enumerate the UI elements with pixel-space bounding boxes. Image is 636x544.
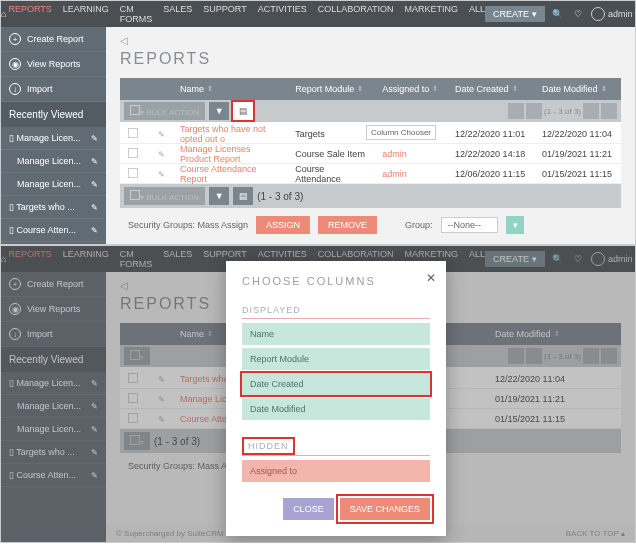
create-button[interactable]: CREATE ▾ [485, 6, 545, 22]
recent-item[interactable]: ▯ Targets who ...✎ [1, 196, 106, 219]
nav-activities[interactable]: ACTIVITIES [258, 4, 307, 24]
pencil-icon[interactable]: ✎ [91, 203, 98, 212]
bulk-action[interactable]: ▾ BULK ACTION [124, 187, 205, 205]
avatar [591, 7, 605, 21]
assign-button[interactable]: ASSIGN [256, 216, 310, 234]
close-button[interactable]: CLOSE [283, 498, 334, 520]
page-last[interactable] [601, 103, 617, 119]
recent-item[interactable]: ▯ Manage Licen...✎ [1, 127, 106, 150]
column-item[interactable]: Name [242, 323, 430, 345]
col-report-module[interactable]: Report Module⇕ [287, 84, 374, 94]
hidden-section-label: HIDDEN [242, 437, 295, 455]
page-prev[interactable] [526, 103, 542, 119]
report-link[interactable]: Course Attendance Report [180, 164, 257, 184]
row-checkbox[interactable] [128, 168, 138, 178]
cell-rm: Course Sale Item [287, 149, 374, 159]
search-icon[interactable]: 🔍 [551, 9, 565, 19]
row-checkbox[interactable] [128, 148, 138, 158]
save-changes-button[interactable]: SAVE CHANGES [340, 498, 430, 520]
column-chooser-button[interactable]: ▤ [233, 102, 253, 120]
pager: (1 - 3 of 3) [508, 103, 617, 119]
column-chooser-button[interactable]: ▤ [233, 187, 253, 205]
remove-button[interactable]: REMOVE [318, 216, 377, 234]
cell-dc: 12/06/2020 11:15 [447, 169, 534, 179]
pencil-icon[interactable]: ✎ [158, 150, 165, 159]
filter-button[interactable]: ▼ [209, 102, 229, 120]
bell-icon[interactable]: ♡ [571, 9, 585, 19]
table-header: Name⇕ Report Module⇕ Assigned to⇕ Date C… [120, 78, 621, 100]
column-chooser-tooltip: Column Chooser [366, 125, 436, 140]
page-first[interactable] [508, 103, 524, 119]
top-nav: REPORTS LEARNING CM FORMS SALES SUPPORT … [6, 4, 485, 24]
close-icon[interactable]: ✕ [426, 271, 436, 285]
cell-rm: Targets [287, 129, 374, 139]
topbar: ⌂ REPORTS LEARNING CM FORMS SALES SUPPOR… [1, 1, 635, 27]
pencil-icon[interactable]: ✎ [91, 226, 98, 235]
bulk-action[interactable]: ▾ BULK ACTION [124, 102, 205, 120]
cell-dc: 12/22/2020 14:18 [447, 149, 534, 159]
mass-assign-label: Security Groups: Mass Assign [128, 220, 248, 230]
cell-dm: 01/15/2021 11:15 [534, 169, 621, 179]
recent-item[interactable]: Manage Licen...✎ [1, 173, 106, 196]
page-next[interactable] [583, 103, 599, 119]
choose-columns-modal: ✕ CHOOSE COLUMNS DISPLAYED Name Report M… [226, 261, 446, 536]
nav-marketing[interactable]: MARKETING [405, 4, 459, 24]
cell-dm: 01/19/2021 11:21 [534, 149, 621, 159]
row-checkbox[interactable] [128, 128, 138, 138]
eye-icon: ◉ [9, 58, 21, 70]
group-dropdown-icon[interactable]: ▾ [506, 216, 524, 234]
nav-all[interactable]: ALL [469, 4, 485, 24]
table-row: ✎ Manage Licenses Product Report Course … [120, 144, 621, 164]
pencil-icon[interactable]: ✎ [91, 180, 98, 189]
breadcrumb-toggle[interactable]: ◁ [120, 35, 621, 46]
nav-support[interactable]: SUPPORT [203, 4, 246, 24]
column-item-date-created[interactable]: Date Created [242, 373, 430, 395]
sidebar-create-report[interactable]: +Create Report [1, 27, 106, 52]
sidebar-import[interactable]: ↓Import [1, 77, 106, 102]
sidebar: +Create Report ◉View Reports ↓Import Rec… [1, 27, 106, 244]
filter-button[interactable]: ▼ [209, 187, 229, 205]
report-link[interactable]: Manage Licenses Product Report [180, 144, 251, 164]
col-assigned-to[interactable]: Assigned to⇕ [374, 84, 447, 94]
nav-collaboration[interactable]: COLLABORATION [318, 4, 394, 24]
user-link[interactable]: admin [382, 149, 407, 159]
pencil-icon[interactable]: ✎ [158, 130, 165, 139]
mass-assign-bar: Security Groups: Mass Assign ASSIGN REMO… [120, 208, 621, 234]
sort-icon: ⇕ [207, 85, 213, 93]
column-item[interactable]: Date Modified [242, 398, 430, 420]
pencil-icon[interactable]: ✎ [91, 157, 98, 166]
nav-sales[interactable]: SALES [163, 4, 192, 24]
column-item[interactable]: Assigned to [242, 460, 430, 482]
sidebar-view-reports[interactable]: ◉View Reports [1, 52, 106, 77]
table-footer: ▾ BULK ACTION ▼ ▤ (1 - 3 of 3) [120, 184, 621, 208]
pencil-icon[interactable]: ✎ [91, 134, 98, 143]
recently-viewed-header: Recently Viewed [1, 102, 106, 127]
col-name[interactable]: Name⇕ [172, 84, 287, 94]
cell-rm: Course Attendance [287, 164, 374, 184]
cell-dm: 12/22/2020 11:04 [534, 129, 621, 139]
user-menu[interactable]: admin▾ [591, 7, 636, 21]
nav-reports[interactable]: REPORTS [8, 4, 51, 24]
recent-item[interactable]: Manage Licen...✎ [1, 150, 106, 173]
column-item[interactable]: Report Module [242, 348, 430, 370]
plus-icon: + [9, 33, 21, 45]
chevron-down-icon: ▾ [532, 9, 537, 19]
user-link[interactable]: admin [382, 169, 407, 179]
displayed-section-label: DISPLAYED [242, 305, 430, 319]
table-row: ✎ Course Attendance Report Course Attend… [120, 164, 621, 184]
col-date-created[interactable]: Date Created⇕ [447, 84, 534, 94]
screenshot-after: ⌂ REPORTS LEARNING CM FORMS SALES SUPPOR… [0, 245, 636, 543]
cell-dc: 12/22/2020 11:01 [447, 129, 534, 139]
nav-cmforms[interactable]: CM FORMS [120, 4, 153, 24]
nav-learning[interactable]: LEARNING [63, 4, 109, 24]
download-icon: ↓ [9, 83, 21, 95]
recent-item[interactable]: ▯ Course Atten...✎ [1, 219, 106, 242]
pencil-icon[interactable]: ✎ [158, 170, 165, 179]
page-title: REPORTS [120, 50, 621, 68]
group-select[interactable]: --None-- [441, 217, 499, 233]
report-link[interactable]: Targets who have not opted out o [180, 124, 266, 144]
group-label: Group: [405, 220, 433, 230]
col-date-modified[interactable]: Date Modified⇕ [534, 84, 621, 94]
screenshot-before: ⌂ REPORTS LEARNING CM FORMS SALES SUPPOR… [0, 0, 636, 245]
table-toolbar: ▾ BULK ACTION ▼ ▤ (1 - 3 of 3) [120, 100, 621, 124]
